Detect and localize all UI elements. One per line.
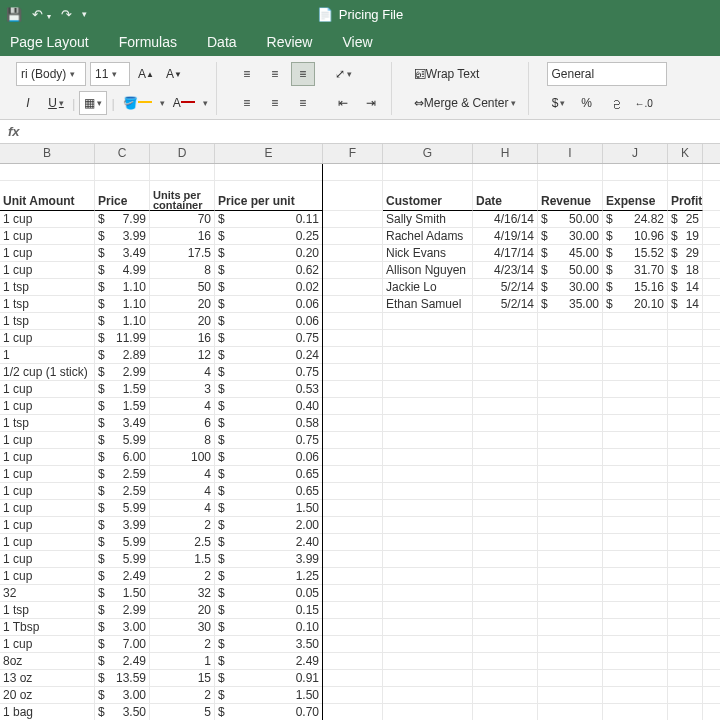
- cell[interactable]: 0.53: [215, 381, 323, 398]
- percent-format-button[interactable]: %: [575, 91, 599, 115]
- cell[interactable]: [383, 347, 473, 364]
- cell[interactable]: 2.59: [95, 466, 150, 483]
- cell[interactable]: [603, 313, 668, 330]
- cell[interactable]: 4/23/14: [473, 262, 538, 279]
- cell[interactable]: [473, 381, 538, 398]
- cell[interactable]: [538, 398, 603, 415]
- cell[interactable]: Revenue: [538, 181, 603, 211]
- cell[interactable]: [323, 262, 383, 279]
- cell[interactable]: 1 cup: [0, 551, 95, 568]
- cell[interactable]: 0.10: [215, 619, 323, 636]
- cell[interactable]: 0.70: [215, 704, 323, 720]
- cell[interactable]: Expense: [603, 181, 668, 211]
- increase-font-button[interactable]: A▲: [134, 62, 158, 86]
- cell[interactable]: [603, 568, 668, 585]
- cell[interactable]: 1.50: [215, 687, 323, 704]
- cell[interactable]: [323, 568, 383, 585]
- cell[interactable]: [473, 432, 538, 449]
- cell[interactable]: [473, 483, 538, 500]
- cell[interactable]: 2.49: [215, 653, 323, 670]
- cell[interactable]: 2.5: [150, 534, 215, 551]
- cell[interactable]: [383, 483, 473, 500]
- col-header-B[interactable]: B: [0, 144, 95, 163]
- font-name-combo[interactable]: ri (Body)▾: [16, 62, 86, 86]
- cell[interactable]: 4.99: [95, 262, 150, 279]
- cell[interactable]: 7.00: [95, 636, 150, 653]
- tab-formulas[interactable]: Formulas: [119, 34, 177, 50]
- align-top-button[interactable]: ≡: [235, 62, 259, 86]
- cell[interactable]: [603, 381, 668, 398]
- tab-page-layout[interactable]: Page Layout: [10, 34, 89, 50]
- cell[interactable]: [603, 619, 668, 636]
- cell[interactable]: 1 tsp: [0, 415, 95, 432]
- cell[interactable]: 16: [150, 228, 215, 245]
- cell[interactable]: 18: [668, 262, 703, 279]
- cell[interactable]: 32: [0, 585, 95, 602]
- cell[interactable]: 25: [668, 211, 703, 228]
- cell[interactable]: [603, 364, 668, 381]
- cell[interactable]: 2: [150, 568, 215, 585]
- cell[interactable]: Jackie Lo: [383, 279, 473, 296]
- align-left-button[interactable]: ≡: [235, 91, 259, 115]
- fill-color-button[interactable]: 🪣: [119, 91, 156, 115]
- cell[interactable]: [538, 313, 603, 330]
- cell[interactable]: [668, 164, 703, 181]
- cell[interactable]: [668, 704, 703, 720]
- cell[interactable]: [538, 619, 603, 636]
- cell[interactable]: [603, 653, 668, 670]
- cell[interactable]: 20 oz: [0, 687, 95, 704]
- cell[interactable]: 16: [150, 330, 215, 347]
- cell[interactable]: [668, 602, 703, 619]
- cell[interactable]: 2.59: [95, 483, 150, 500]
- cell[interactable]: [383, 704, 473, 720]
- cell[interactable]: [323, 296, 383, 313]
- cell[interactable]: 12: [150, 347, 215, 364]
- cell[interactable]: 1 cup: [0, 483, 95, 500]
- cell[interactable]: 1 cup: [0, 636, 95, 653]
- italic-button[interactable]: I: [16, 91, 40, 115]
- font-color-button[interactable]: A: [169, 91, 199, 115]
- cell[interactable]: [473, 653, 538, 670]
- cell[interactable]: [668, 670, 703, 687]
- cell[interactable]: 29: [668, 245, 703, 262]
- cell[interactable]: [668, 381, 703, 398]
- cell[interactable]: [603, 602, 668, 619]
- cell[interactable]: [323, 653, 383, 670]
- cell[interactable]: [668, 568, 703, 585]
- cell[interactable]: Units per container: [150, 181, 215, 211]
- cell[interactable]: [383, 602, 473, 619]
- cell[interactable]: 3.00: [95, 687, 150, 704]
- cell[interactable]: 3.50: [215, 636, 323, 653]
- cell[interactable]: 1 tsp: [0, 279, 95, 296]
- cell[interactable]: [603, 398, 668, 415]
- col-header-F[interactable]: F: [323, 144, 383, 163]
- cell[interactable]: 8: [150, 262, 215, 279]
- cell[interactable]: 14: [668, 279, 703, 296]
- cell[interactable]: 0.06: [215, 313, 323, 330]
- cell[interactable]: [668, 466, 703, 483]
- cell[interactable]: 1 tsp: [0, 313, 95, 330]
- cell[interactable]: 50.00: [538, 262, 603, 279]
- cell[interactable]: 0.05: [215, 585, 323, 602]
- cell[interactable]: 2.99: [95, 602, 150, 619]
- cell[interactable]: [383, 432, 473, 449]
- cell[interactable]: [668, 517, 703, 534]
- col-header-K[interactable]: K: [668, 144, 703, 163]
- cell[interactable]: [323, 245, 383, 262]
- col-header-E[interactable]: E: [215, 144, 323, 163]
- cell[interactable]: [538, 517, 603, 534]
- increase-indent-button[interactable]: ⇥: [359, 91, 383, 115]
- cell[interactable]: [473, 636, 538, 653]
- cell[interactable]: 0.91: [215, 670, 323, 687]
- cell[interactable]: Allison Nguyen: [383, 262, 473, 279]
- cell[interactable]: 0.02: [215, 279, 323, 296]
- cell[interactable]: 1 cup: [0, 517, 95, 534]
- cell[interactable]: 4: [150, 500, 215, 517]
- comma-format-button[interactable]: ဥ: [603, 91, 627, 115]
- cell[interactable]: [668, 551, 703, 568]
- cell[interactable]: [383, 500, 473, 517]
- cell[interactable]: [538, 585, 603, 602]
- cell[interactable]: 1 cup: [0, 262, 95, 279]
- cell[interactable]: 1: [0, 347, 95, 364]
- cell[interactable]: [383, 619, 473, 636]
